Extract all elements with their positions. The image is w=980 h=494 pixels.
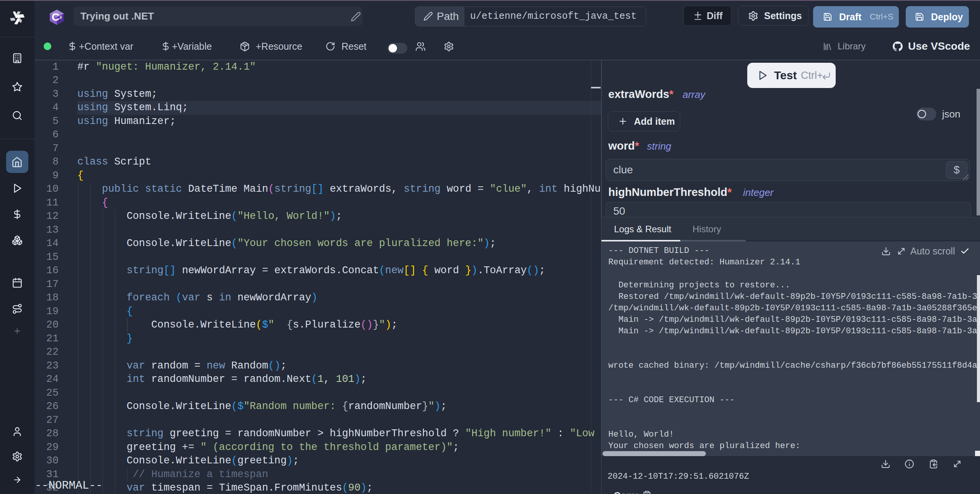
svg-text:#: #	[59, 15, 62, 20]
svg-text:C: C	[52, 11, 59, 23]
